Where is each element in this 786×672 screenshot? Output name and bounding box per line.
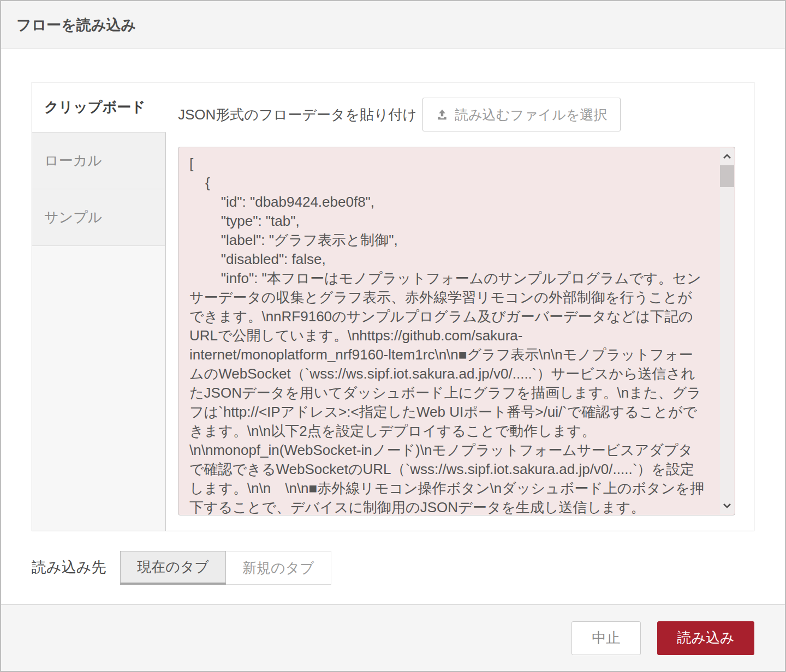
import-source-tabs: クリップボード ローカル サンプル [32,82,166,531]
flow-json-textarea[interactable]: [ { "id": "dbab9424.ebe0f8", "type": "ta… [178,147,735,515]
target-current-tab-button[interactable]: 現在のタブ [120,551,226,585]
import-target-button-group: 現在のタブ 新規のタブ [120,551,331,585]
cancel-button[interactable]: 中止 [571,621,641,655]
dialog-body: クリップボード ローカル サンプル JSON形式のフローデータを貼り付け [1,49,785,604]
import-target-row: 読み込み先 現在のタブ 新規のタブ [32,551,754,585]
tab-examples-label: サンプル [44,208,102,227]
textarea-scrollbar[interactable] [720,148,734,514]
tab-local[interactable]: ローカル [32,133,166,189]
tab-local-label: ローカル [44,151,102,170]
dialog-footer: 中止 読み込み [1,604,785,671]
import-button[interactable]: 読み込み [657,621,754,655]
dialog-header: フローを読み込み [1,1,785,49]
scrollbar-down-icon[interactable] [720,497,734,514]
scrollbar-up-icon[interactable] [720,148,734,165]
dialog-title: フローを読み込み [16,15,136,35]
clipboard-pane: JSON形式のフローデータを貼り付け 読み込むファイルを選択 [ { [166,82,754,531]
tab-examples[interactable]: サンプル [32,189,166,246]
paste-row: JSON形式のフローデータを貼り付け 読み込むファイルを選択 [178,98,735,131]
import-target-label: 読み込み先 [32,551,106,584]
import-flow-dialog: フローを読み込み クリップボード ローカル サンプル JSON形式のフローデータ… [0,0,786,672]
import-source-box: クリップボード ローカル サンプル JSON形式のフローデータを貼り付け [32,82,754,531]
flow-json-content: [ { "id": "dbab9424.ebe0f8", "type": "ta… [178,147,735,515]
select-file-button-label: 読み込むファイルを選択 [455,106,607,124]
select-file-button[interactable]: 読み込むファイルを選択 [422,98,621,131]
scrollbar-thumb[interactable] [720,165,734,187]
tab-clipboard-label: クリップボード [44,98,146,117]
paste-instruction-label: JSON形式のフローデータを貼り付け [178,105,417,124]
target-new-tab-button[interactable]: 新規のタブ [226,551,331,585]
tab-clipboard[interactable]: クリップボード [32,82,166,133]
tab-column-filler [32,246,166,531]
upload-icon [436,109,448,121]
